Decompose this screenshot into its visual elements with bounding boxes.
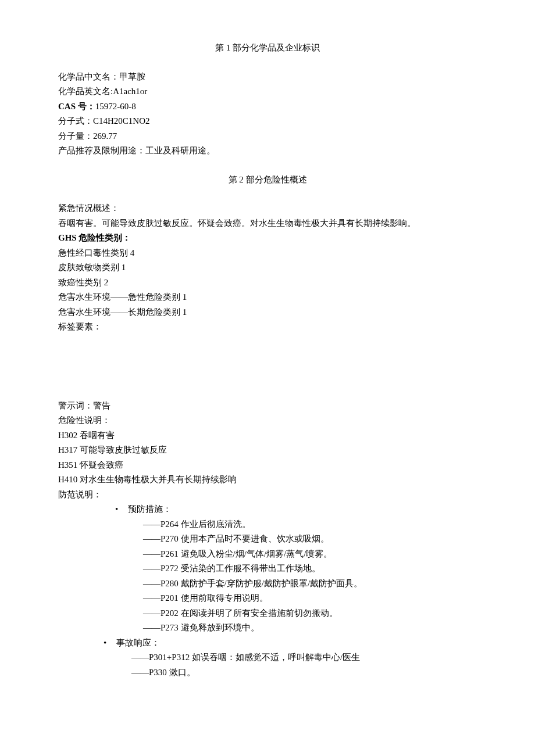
name-cn-value: 甲草胺: [119, 72, 145, 81]
prevention-item: ——P270 使用本产品时不要进食、饮水或吸烟。: [58, 532, 477, 547]
ghs-item: 皮肤致敏物类别 1: [58, 260, 477, 275]
response-item: ——P301+P312 如误吞咽：如感觉不适，呼叫解毒中心/医生: [58, 650, 477, 665]
name-cn-label: 化学品中文名：: [58, 72, 119, 81]
hazard-label: 危险性说明：: [58, 413, 477, 428]
formula-line: 分子式：C14H20C1NO2: [58, 114, 477, 129]
page: 第 1 部分化学品及企业标识 化学品中文名：甲草胺 化学品英文名:A1ach1o…: [0, 0, 535, 756]
signal-line: 警示词：警告: [58, 399, 477, 414]
emergency-label: 紧急情况概述：: [58, 201, 477, 216]
label-elements: 标签要素：: [58, 320, 477, 335]
name-en-label: 化学品英文名:: [58, 87, 113, 96]
prevention-item: ——P202 在阅读并明了所有安全措施前切勿搬动。: [58, 606, 477, 621]
hazard-item: H317 可能导致皮肤过敏反应: [58, 443, 477, 458]
hazard-item: H302 吞咽有害: [58, 428, 477, 443]
pictogram-placeholder: [58, 335, 477, 399]
mw-line: 分子量：269.77: [58, 129, 477, 144]
use-label: 产品推荐及限制用途：: [58, 146, 145, 155]
hazard-item: H351 怀疑会致癌: [58, 458, 477, 473]
prevention-item: ——P272 受沾染的工作服不得带出工作场地。: [58, 561, 477, 576]
ghs-item: 致癌性类别 2: [58, 275, 477, 291]
precaution-label: 防范说明：: [58, 488, 477, 503]
ghs-label: GHS 危险性类别：: [58, 231, 477, 246]
cas-line: CAS 号：15972-60-8: [58, 99, 477, 114]
name-en-value: A1ach1or: [113, 87, 147, 96]
hazard-item: H410 对水生生物毒性极大并具有长期持续影响: [58, 472, 477, 488]
formula-label: 分子式：: [58, 116, 93, 126]
mw-value: 269.77: [93, 131, 117, 141]
section1-title: 第 1 部分化学品及企业标识: [58, 41, 477, 56]
name-cn-line: 化学品中文名：甲草胺: [58, 70, 477, 85]
prevention-item: ——P261 避免吸入粉尘/烟/气体/烟雾/蒸气/喷雾。: [58, 547, 477, 562]
use-line: 产品推荐及限制用途：工业及科研用途。: [58, 144, 477, 159]
name-en-line: 化学品英文名:A1ach1or: [58, 84, 477, 99]
section2-title: 第 2 部分危险性概述: [58, 173, 477, 188]
response-item: ——P330 漱口。: [58, 665, 477, 680]
cas-label: CAS 号：: [58, 102, 95, 111]
prevention-item: ——P264 作业后彻底清洗。: [58, 517, 477, 532]
cas-value: 15972-60-8: [95, 102, 136, 111]
formula-value: C14H20C1NO2: [93, 116, 150, 126]
prevention-item: ——P201 使用前取得专用说明。: [58, 591, 477, 606]
prevention-header: 预防措施：: [58, 502, 477, 517]
prevention-item: ——P273 避免释放到环境中。: [58, 621, 477, 636]
response-header: 事故响应：: [58, 636, 477, 651]
mw-label: 分子量：: [58, 131, 93, 141]
emergency-text: 吞咽有害。可能导致皮肤过敏反应。怀疑会致癌。对水生生物毒性极大并具有长期持续影响…: [58, 216, 477, 231]
precaution-list: 预防措施： ——P264 作业后彻底清洗。 ——P270 使用本产品时不要进食、…: [58, 502, 477, 680]
ghs-item: 急性经口毒性类别 4: [58, 246, 477, 261]
ghs-item: 危害水生环境——急性危险类别 1: [58, 290, 477, 305]
use-value: 工业及科研用途。: [145, 146, 215, 155]
signal-label: 警示词：: [58, 401, 93, 410]
signal-value: 警告: [93, 401, 110, 410]
ghs-item: 危害水生环境——长期危险类别 1: [58, 305, 477, 320]
prevention-item: ——P280 戴防护手套/穿防护服/戴防护眼罩/戴防护面具。: [58, 576, 477, 592]
